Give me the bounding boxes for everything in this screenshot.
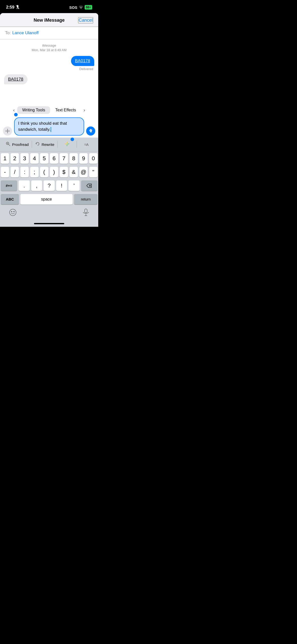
key-2[interactable]: 2 <box>11 153 19 164</box>
proofread-icon <box>6 141 11 148</box>
backspace-button[interactable] <box>81 180 97 191</box>
wifi-icon <box>79 5 83 9</box>
symbol-row: - / : ; ( ) $ & @ " <box>0 165 98 177</box>
return-button[interactable]: return <box>74 194 97 205</box>
svg-point-9 <box>11 211 12 212</box>
key-9[interactable]: 9 <box>79 153 88 164</box>
mute-icon <box>16 5 19 10</box>
to-contact[interactable]: Lance Ulanoff <box>12 30 39 36</box>
svg-line-3 <box>9 144 10 146</box>
svg-rect-11 <box>85 209 87 213</box>
sos-label: SOS <box>69 5 77 10</box>
key-dollar[interactable]: $ <box>60 167 68 177</box>
home-indicator <box>34 223 64 224</box>
key-0[interactable]: 0 <box>89 153 97 164</box>
key-ampersand[interactable]: & <box>70 167 78 177</box>
mic-button[interactable] <box>83 209 89 218</box>
key-1[interactable]: 1 <box>1 153 9 164</box>
status-bar: 2:59 SOS 68+ <box>0 0 98 13</box>
sparkle-icon <box>64 141 70 148</box>
key-slash[interactable]: / <box>11 167 19 177</box>
keyboard: 1 2 3 4 5 6 7 8 9 0 - / : ; ( ) $ & @ " … <box>0 152 98 227</box>
third-row: #+= . , ? ! ' <box>0 179 98 191</box>
key-exclaim[interactable]: ! <box>56 180 67 191</box>
text-effects-tab[interactable]: Text Effects <box>50 106 81 114</box>
key-dash[interactable]: - <box>1 167 9 177</box>
home-indicator-wrap <box>0 223 98 227</box>
sent-message-row: BA0178 <box>4 56 94 66</box>
tools-right-arrow[interactable]: › <box>81 107 88 114</box>
key-8[interactable]: 8 <box>70 153 78 164</box>
battery-indicator: 68+ <box>85 5 92 10</box>
number-row: 1 2 3 4 5 6 7 8 9 0 <box>0 152 98 164</box>
key-6[interactable]: 6 <box>50 153 58 164</box>
text-size-button[interactable]: =A <box>77 141 96 148</box>
key-open-paren[interactable]: ( <box>40 167 48 177</box>
key-4[interactable]: 4 <box>30 153 39 164</box>
received-message-row: BA0178 <box>4 74 94 84</box>
text-input-wrapper: I think you should eat that sandwich, to… <box>14 117 84 136</box>
plus-button[interactable] <box>3 126 12 136</box>
sent-message-bubble: BA0178 <box>71 56 94 66</box>
writing-tools-tab[interactable]: Writing Tools <box>17 106 50 114</box>
rewrite-icon <box>35 141 40 148</box>
proofread-label: Proofread <box>12 142 29 147</box>
key-at[interactable]: @ <box>79 167 88 177</box>
text-cursor <box>51 127 51 132</box>
proofread-button[interactable]: Proofread <box>3 140 32 149</box>
writing-tools-keyboard-row: Proofread Rewrite <box>0 138 98 152</box>
key-7[interactable]: 7 <box>60 153 68 164</box>
sparkle-button[interactable] <box>58 140 77 149</box>
rewrite-button[interactable]: Rewrite <box>32 140 57 149</box>
page-title: New iMessage <box>34 18 64 23</box>
status-time: 2:59 <box>6 5 14 10</box>
bottom-row: ABC space return <box>0 192 98 206</box>
svg-point-8 <box>10 209 16 216</box>
key-5[interactable]: 5 <box>40 153 48 164</box>
key-apostrophe[interactable]: ' <box>69 180 80 191</box>
key-quote[interactable]: " <box>89 167 97 177</box>
chat-area: iMessage Mon, Mar 18 at 6:49 AM BA0178 D… <box>0 39 98 105</box>
received-message-bubble: BA0178 <box>4 74 27 84</box>
selection-handle-top <box>14 113 18 116</box>
abc-button[interactable]: ABC <box>1 194 19 205</box>
message-input-row: I think you should eat that sandwich, to… <box>0 115 98 138</box>
compose-area: New iMessage Cancel To: Lance Ulanoff iM… <box>0 13 98 227</box>
svg-point-10 <box>14 211 14 212</box>
emoji-button[interactable] <box>9 209 17 218</box>
delivered-label: Delivered <box>4 67 94 71</box>
rewrite-label: Rewrite <box>42 142 54 147</box>
to-field[interactable]: To: Lance Ulanoff <box>0 27 98 39</box>
key-close-paren[interactable]: ) <box>50 167 58 177</box>
text-size-icon: =A <box>84 142 88 147</box>
to-label: To: <box>5 30 11 36</box>
selection-handle-bottom <box>71 138 74 141</box>
key-3[interactable]: 3 <box>20 153 29 164</box>
space-button[interactable]: space <box>20 194 73 205</box>
compose-header: New iMessage Cancel <box>0 13 98 26</box>
timestamp-label: iMessage Mon, Mar 18 at 6:49 AM <box>4 43 94 52</box>
bottom-icons-row <box>0 206 98 223</box>
message-input[interactable]: I think you should eat that sandwich, to… <box>14 117 84 136</box>
key-hashtag[interactable]: #+= <box>1 180 17 191</box>
key-period[interactable]: . <box>19 180 30 191</box>
key-colon[interactable]: : <box>20 167 29 177</box>
cancel-button[interactable]: Cancel <box>78 17 93 23</box>
key-comma[interactable]: , <box>31 180 42 191</box>
send-button[interactable] <box>86 126 95 136</box>
key-semicolon[interactable]: ; <box>30 167 39 177</box>
key-question[interactable]: ? <box>44 180 55 191</box>
